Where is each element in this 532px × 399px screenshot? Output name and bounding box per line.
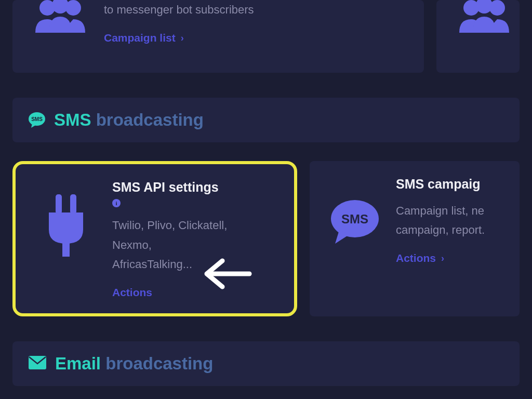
sms-section-title: SMS broadcasting	[54, 110, 204, 130]
mail-icon	[28, 355, 47, 372]
sms-campaign-actions-link[interactable]: Actions ›	[396, 252, 444, 264]
sms-api-settings-card[interactable]: SMS API settings Twilio, Plivo, Clickate…	[12, 161, 297, 316]
people-icon	[29, 0, 91, 47]
sms-title-first: SMS	[54, 110, 91, 129]
svg-rect-11	[62, 242, 70, 257]
sms-api-title: SMS API settings	[112, 179, 277, 196]
info-icon[interactable]	[112, 199, 121, 207]
chevron-right-icon: ›	[181, 33, 184, 44]
campaign-list-link[interactable]: Campaign list ›	[104, 32, 184, 44]
sms-bubble-icon: SMS	[326, 176, 383, 269]
email-section-header: Email broadcasting	[12, 341, 520, 386]
svg-text:SMS: SMS	[31, 116, 43, 122]
email-title-first: Email	[55, 354, 101, 373]
sms-campaign-desc: Campaign list, ne campaign, report.	[396, 201, 503, 240]
people-icon	[453, 0, 515, 47]
svg-rect-9	[70, 194, 76, 214]
messenger-card-content: to messenger bot subscribers Campaign li…	[104, 0, 407, 44]
email-section-title: Email broadcasting	[55, 354, 213, 374]
svg-point-5	[489, 0, 505, 16]
svg-text:SMS: SMS	[341, 212, 368, 226]
sms-api-actions-link[interactable]: Actions	[112, 286, 152, 299]
right-partial-card	[436, 0, 520, 73]
sms-title-rest: broadcasting	[96, 110, 204, 129]
chevron-right-icon: ›	[441, 253, 444, 264]
messenger-card-desc: to messenger bot subscribers	[104, 0, 407, 19]
sms-campaign-content: SMS campaig Campaign list, ne campaign, …	[396, 176, 503, 264]
arrow-annotation-icon	[197, 256, 255, 294]
sms-card-row: SMS API settings Twilio, Plivo, Clickate…	[12, 161, 520, 316]
plug-icon	[32, 179, 100, 272]
sms-badge-icon: SMS	[28, 111, 46, 129]
sms-api-actions-label: Actions	[112, 286, 152, 299]
sms-section-header: SMS SMS broadcasting	[12, 98, 520, 142]
campaign-list-label: Campaign list	[104, 32, 176, 44]
svg-rect-8	[56, 194, 62, 214]
email-title-rest: broadcasting	[105, 354, 213, 373]
sms-campaign-title: SMS campaig	[396, 176, 503, 193]
sms-campaign-card[interactable]: SMS SMS campaig Campaign list, ne campai…	[310, 161, 520, 316]
messenger-card: to messenger bot subscribers Campaign li…	[12, 0, 424, 73]
sms-campaign-actions-label: Actions	[396, 252, 436, 264]
top-card-row: to messenger bot subscribers Campaign li…	[12, 0, 520, 73]
svg-point-2	[65, 0, 81, 16]
